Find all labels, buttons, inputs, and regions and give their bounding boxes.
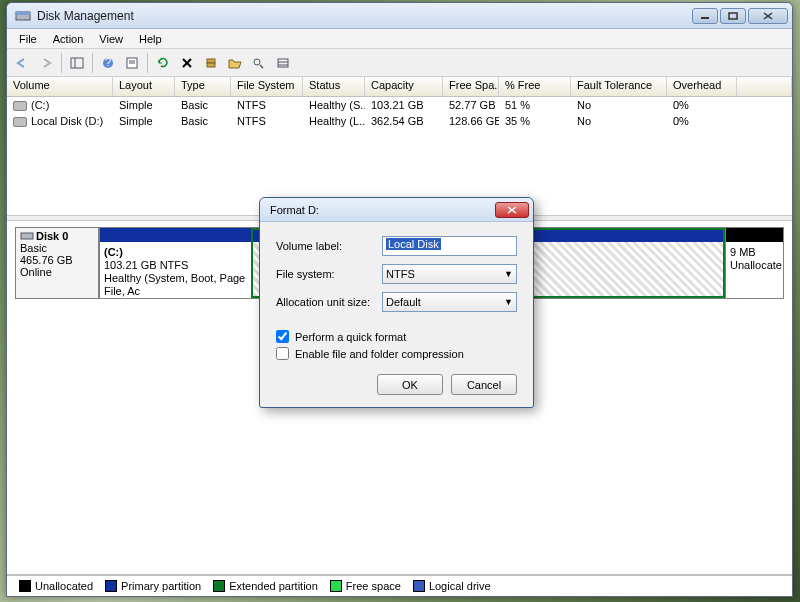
allocation-unit-select[interactable]: Default▼ — [382, 292, 517, 312]
volume-label-label: Volume label: — [276, 240, 382, 252]
menu-action[interactable]: Action — [45, 31, 92, 47]
app-icon — [15, 8, 31, 24]
file-system-label: File system: — [276, 268, 382, 280]
legend-swatch-free — [330, 580, 342, 592]
svg-point-17 — [254, 59, 260, 65]
menu-view[interactable]: View — [91, 31, 131, 47]
settings-button[interactable] — [200, 52, 222, 74]
disk-info[interactable]: Disk 0 Basic 465.76 GB Online — [15, 227, 99, 299]
svg-rect-22 — [21, 233, 33, 239]
legend-swatch-extended — [213, 580, 225, 592]
forward-button[interactable] — [35, 52, 57, 74]
legend-swatch-primary — [105, 580, 117, 592]
delete-button[interactable] — [176, 52, 198, 74]
dialog-close-button[interactable] — [495, 202, 529, 218]
back-button[interactable] — [11, 52, 33, 74]
col-status[interactable]: Status — [303, 77, 365, 96]
col-type[interactable]: Type — [175, 77, 231, 96]
col-free[interactable]: Free Spa... — [443, 77, 499, 96]
window-title: Disk Management — [37, 9, 692, 23]
help-button[interactable]: ? — [97, 52, 119, 74]
svg-line-18 — [260, 65, 263, 68]
properties-button[interactable] — [121, 52, 143, 74]
chevron-down-icon: ▼ — [504, 297, 513, 307]
quick-format-checkbox[interactable] — [276, 330, 289, 343]
file-system-select[interactable]: NTFS▼ — [382, 264, 517, 284]
svg-rect-19 — [278, 59, 288, 67]
ok-button[interactable]: OK — [377, 374, 443, 395]
menu-help[interactable]: Help — [131, 31, 170, 47]
minimize-button[interactable] — [692, 8, 718, 24]
partition-unallocated[interactable]: 9 MB Unallocate — [725, 228, 783, 298]
col-fs[interactable]: File System — [231, 77, 303, 96]
format-dialog: Format D: Volume label: Local Disk File … — [259, 197, 534, 408]
dialog-title: Format D: — [270, 204, 319, 216]
quick-format-label: Perform a quick format — [295, 331, 406, 343]
menu-file[interactable]: File — [11, 31, 45, 47]
refresh-button[interactable] — [152, 52, 174, 74]
show-hide-button[interactable] — [66, 52, 88, 74]
compression-label: Enable file and folder compression — [295, 348, 464, 360]
maximize-button[interactable] — [720, 8, 746, 24]
volume-icon — [13, 117, 27, 127]
col-layout[interactable]: Layout — [113, 77, 175, 96]
close-button[interactable] — [748, 8, 788, 24]
list-button[interactable] — [272, 52, 294, 74]
compression-checkbox[interactable] — [276, 347, 289, 360]
legend-swatch-logical — [413, 580, 425, 592]
svg-rect-16 — [207, 63, 215, 67]
col-overhead[interactable]: Overhead — [667, 77, 737, 96]
disk-icon — [20, 230, 34, 242]
titlebar[interactable]: Disk Management — [7, 3, 792, 29]
legend-swatch-unallocated — [19, 580, 31, 592]
col-capacity[interactable]: Capacity — [365, 77, 443, 96]
dialog-titlebar[interactable]: Format D: — [260, 198, 533, 222]
cancel-button[interactable]: Cancel — [451, 374, 517, 395]
menubar: File Action View Help — [7, 29, 792, 49]
table-row[interactable]: (C:) Simple Basic NTFS Healthy (S... 103… — [7, 97, 792, 113]
svg-rect-15 — [207, 59, 215, 63]
find-button[interactable] — [248, 52, 270, 74]
partition-c[interactable]: (C:) 103.21 GB NTFS Healthy (System, Boo… — [99, 228, 251, 298]
col-volume[interactable]: Volume — [7, 77, 113, 96]
legend: Unallocated Primary partition Extended p… — [7, 574, 792, 596]
volume-icon — [13, 101, 27, 111]
allocation-unit-label: Allocation unit size: — [276, 296, 382, 308]
open-button[interactable] — [224, 52, 246, 74]
chevron-down-icon: ▼ — [504, 269, 513, 279]
svg-rect-1 — [16, 12, 30, 15]
svg-text:?: ? — [105, 57, 111, 68]
svg-rect-6 — [71, 58, 83, 68]
svg-rect-3 — [729, 13, 737, 19]
table-row[interactable]: Local Disk (D:) Simple Basic NTFS Health… — [7, 113, 792, 129]
col-pfree[interactable]: % Free — [499, 77, 571, 96]
volume-label-input[interactable]: Local Disk — [382, 236, 517, 256]
volume-list-header: Volume Layout Type File System Status Ca… — [7, 77, 792, 97]
col-fault[interactable]: Fault Tolerance — [571, 77, 667, 96]
toolbar: ? — [7, 49, 792, 77]
